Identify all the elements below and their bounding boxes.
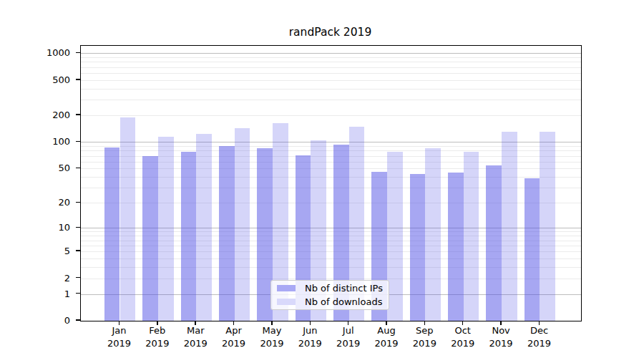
bar-ips-mar [181,152,197,321]
ytick-label-10: 10 [0,222,70,233]
ytick-mark-20 [76,202,80,203]
ytick-label-1000: 1000 [0,47,70,58]
bar-ips-nov [486,165,502,321]
ytick-mark-10 [76,227,80,228]
bar-ips-dec [525,178,540,321]
bar-ips-jan [104,147,120,321]
xtick-label-dec: Dec 2019 [517,324,560,350]
bar-ips-feb [142,156,158,321]
bar-downloads-mar [196,134,212,321]
bar-downloads-sep [425,148,441,321]
gridline-500 [81,80,581,81]
bar-downloads-jan [120,117,136,321]
legend-swatch-downloads [277,299,296,305]
ytick-mark-500 [76,79,80,80]
ytick-mark-0 [76,319,80,321]
gridline-600 [81,73,581,74]
ytick-label-50: 50 [0,163,70,173]
ytick-label-20: 20 [0,197,70,208]
xtick-label-jan: Jan 2019 [98,324,141,350]
xtick-label-aug: Aug 2019 [365,324,408,350]
bar-downloads-aug [387,152,403,321]
gridline-700 [81,67,581,68]
xtick-label-apr: Apr 2019 [213,324,255,350]
ytick-label-5: 5 [0,246,70,256]
xtick-label-mar: Mar 2019 [174,324,217,350]
legend-label-distinct-ips: Nb of distinct IPs [305,283,383,294]
ytick-mark-1 [76,293,80,294]
legend-item-distinct-ips: Nb of distinct IPs [271,281,389,294]
bar-ips-oct [448,173,464,321]
legend-item-downloads: Nb of downloads [271,296,389,309]
ytick-mark-200 [76,114,80,115]
xtick-label-jul: Jul 2019 [327,324,370,350]
ytick-label-1: 1 [0,288,70,299]
legend: Nb of distinct IPs Nb of downloads [270,280,389,310]
xtick-label-jun: Jun 2019 [288,324,331,350]
xtick-label-nov: Nov 2019 [479,324,522,350]
gridline-800 [81,62,581,62]
gridline-1000 [81,53,581,54]
bar-ips-sep [410,174,426,321]
ytick-mark-5 [76,250,80,251]
chart-title: randPack 2019 [80,26,580,39]
gridline-200 [81,115,581,116]
xtick-label-feb: Feb 2019 [136,324,179,350]
gridline-300 [81,100,581,100]
bar-downloads-nov [502,132,517,321]
gridline-900 [81,57,581,58]
gridline-400 [81,89,581,90]
ytick-mark-50 [76,168,80,169]
legend-label-downloads: Nb of downloads [305,296,382,307]
ytick-mark-100 [76,141,80,142]
ytick-label-0: 0 [0,315,70,326]
ytick-mark-1000 [76,52,80,54]
legend-swatch-distinct-ips [277,285,296,291]
figure: randPack 2019 01251020501002005001000 Ja… [0,0,644,358]
bar-downloads-feb [158,137,174,321]
xtick-label-may: May 2019 [250,324,293,350]
ytick-mark-2 [76,277,80,279]
xtick-label-sep: Sep 2019 [403,324,446,350]
ytick-label-200: 200 [0,110,70,120]
ytick-label-2: 2 [0,272,70,283]
xtick-label-oct: Oct 2019 [441,324,484,350]
bar-downloads-apr [235,128,250,321]
ytick-label-100: 100 [0,136,70,147]
bar-downloads-dec [540,132,555,321]
ytick-label-500: 500 [0,74,70,84]
bar-ips-apr [219,146,235,321]
bar-downloads-oct [464,152,479,321]
